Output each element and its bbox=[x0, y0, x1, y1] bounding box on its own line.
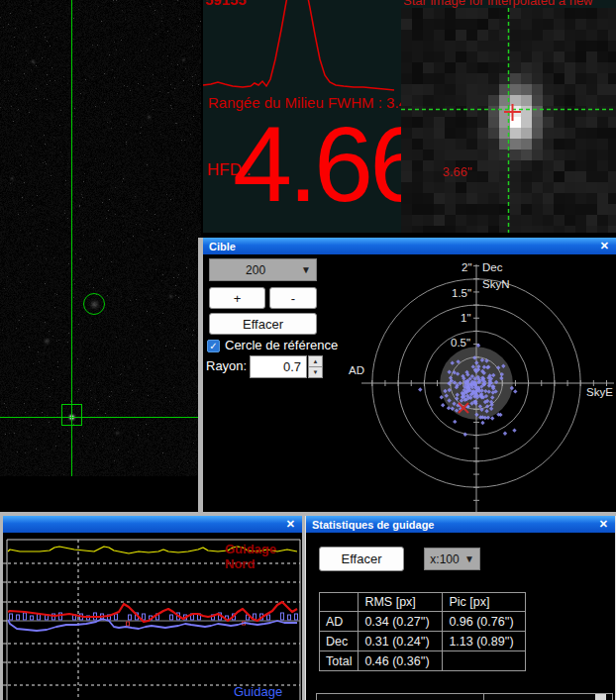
secondary-star-circle-marker bbox=[83, 293, 105, 315]
star-profile-panel: 59155 Rangée du Milieu FWHM : 3.48 HFD :… bbox=[203, 0, 616, 233]
zoom-select[interactable]: 200 ▼ bbox=[209, 258, 317, 281]
guide-star-selection-box bbox=[61, 404, 82, 426]
guide-graph-window: ✕ Guidage Nord Guidage Est bbox=[3, 516, 302, 700]
guide-stats-table: RMS [px] Pic [px] AD 0.34 (0.27'') 0.96 … bbox=[319, 592, 526, 671]
table-row-total: Total 0.46 (0.36'') bbox=[320, 651, 526, 671]
zoom-select-value: 200 bbox=[210, 263, 301, 277]
star-image-header: Star image for interpolated a new bbox=[403, 0, 593, 8]
star-zoom-view bbox=[401, 8, 616, 233]
chevron-down-icon: ▼ bbox=[464, 553, 479, 564]
ring-label-1: 1" bbox=[461, 312, 470, 324]
clear-stats-button[interactable]: Effacer bbox=[319, 547, 404, 571]
skyn-axis-label: SkyN bbox=[482, 278, 509, 290]
hfd-value: 4.66 bbox=[233, 111, 425, 218]
peak-adu-value: 59155 bbox=[205, 0, 247, 8]
stats-titlebar: Statistiques de guidage ✕ bbox=[306, 516, 615, 533]
cible-titlebar: Cible ✕ bbox=[203, 238, 616, 254]
secondary-table-header bbox=[316, 693, 613, 700]
star-zoom-crosshair bbox=[401, 8, 616, 233]
zoom-in-button[interactable]: + bbox=[209, 287, 265, 309]
cible-window: Cible ✕ 0.5" 1" 1.5" 2" Dec SkyN AD SkyE… bbox=[203, 238, 616, 515]
chevron-down-icon: ▼ bbox=[301, 264, 316, 275]
zoom-out-button[interactable]: - bbox=[269, 287, 317, 309]
reference-circle-label: Cercle de référence bbox=[225, 338, 338, 352]
clear-target-button[interactable]: Effacer bbox=[209, 313, 317, 335]
scale-select-value: x:100 bbox=[425, 552, 464, 566]
radius-label: Rayon: bbox=[206, 358, 247, 373]
ad-axis-label: AD bbox=[349, 364, 364, 376]
ring-label-2: 2" bbox=[462, 261, 471, 273]
app-root: 59155 Rangée du Milieu FWHM : 3.48 HFD :… bbox=[0, 0, 616, 700]
ring-label-05: 0.5" bbox=[451, 337, 470, 349]
pic-column-header: Pic [px] bbox=[443, 593, 526, 612]
guide-camera-image[interactable] bbox=[0, 0, 201, 476]
stats-close-button[interactable]: ✕ bbox=[599, 518, 615, 531]
radius-spin-down[interactable]: ▼ bbox=[308, 366, 323, 378]
footer-scroll-button[interactable] bbox=[595, 694, 606, 700]
cible-title: Cible bbox=[203, 241, 600, 252]
radius-input[interactable]: 0.7 bbox=[250, 355, 307, 378]
hfd-arcsec-value: 3.66" bbox=[443, 164, 472, 179]
dec-axis-label: Dec bbox=[482, 261, 502, 273]
cible-close-button[interactable]: ✕ bbox=[600, 240, 616, 252]
table-header-row: RMS [px] Pic [px] bbox=[320, 593, 526, 612]
guide-stats-window: Statistiques de guidage ✕ Effacer x:100 … bbox=[305, 516, 616, 700]
reference-circle-checkbox[interactable]: ✓ bbox=[207, 340, 220, 352]
stats-title: Statistiques de guidage bbox=[306, 519, 599, 531]
guidage-nord-legend: Guidage Nord bbox=[225, 542, 302, 571]
table-row-ad: AD 0.34 (0.27'') 0.96 (0.76'') bbox=[320, 612, 526, 632]
rms-column-header: RMS [px] bbox=[359, 593, 443, 612]
skye-axis-label: SkyE bbox=[586, 386, 613, 398]
scale-select[interactable]: x:100 ▼ bbox=[424, 548, 480, 570]
table-row-dec: Dec 0.31 (0.24'') 1.13 (0.89'') bbox=[320, 632, 526, 651]
crosshair-horizontal-line bbox=[0, 417, 201, 418]
ring-label-15: 1.5" bbox=[452, 287, 471, 299]
guidage-est-legend: Guidage Est bbox=[234, 684, 302, 700]
